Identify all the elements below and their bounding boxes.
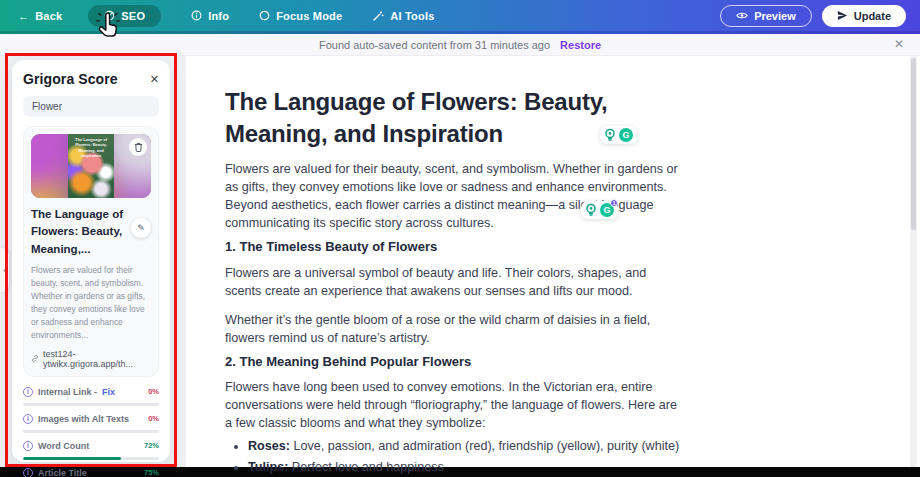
info-icon[interactable]: i bbox=[23, 441, 33, 451]
trash-icon bbox=[134, 142, 143, 152]
update-label: Update bbox=[854, 10, 891, 22]
preview-button[interactable]: Preview bbox=[720, 5, 812, 27]
metric-value: 72% bbox=[144, 441, 159, 450]
lightbulb-icon bbox=[604, 128, 616, 142]
info-icon[interactable]: i bbox=[23, 468, 33, 477]
info-button[interactable]: Info bbox=[191, 10, 229, 22]
grammarly-icon[interactable]: G bbox=[619, 128, 633, 142]
metric-row-article-title: i Article Title 75% bbox=[23, 466, 159, 477]
suggestion-icons-title[interactable]: G bbox=[600, 126, 637, 144]
seo-button[interactable]: SEO bbox=[88, 5, 161, 27]
focus-mode-button[interactable]: Focus Mode bbox=[259, 10, 342, 22]
metric-value: 75% bbox=[144, 468, 159, 477]
panel-close-icon[interactable]: ✕ bbox=[150, 73, 159, 86]
bullet-term: Roses: bbox=[248, 439, 290, 453]
panel-collapse-handle[interactable]: ‹ bbox=[0, 248, 9, 292]
ai-tools-label: AI Tools bbox=[390, 10, 434, 22]
eye-icon bbox=[736, 11, 748, 20]
serp-preview-card: The Language of Flowers: Beauty, Meaning… bbox=[23, 126, 159, 377]
metric-bar bbox=[23, 430, 159, 433]
back-arrow-icon: ← bbox=[18, 10, 29, 22]
suggestion-icons-paragraph[interactable]: G 1 bbox=[581, 201, 618, 219]
bullet-text: Love, passion, and admiration (red), fri… bbox=[290, 439, 679, 453]
autosave-banner: Found auto-saved content from 31 minutes… bbox=[0, 34, 920, 56]
delete-image-button[interactable] bbox=[129, 138, 147, 156]
bullet-term: Tulips: bbox=[248, 460, 288, 474]
grammarly-suggestion-count-badge: 1 bbox=[610, 199, 618, 207]
pencil-icon: ✎ bbox=[137, 223, 145, 233]
lightbulb-icon bbox=[585, 203, 597, 217]
section-2-heading[interactable]: 2. The Meaning Behind Popular Flowers bbox=[225, 354, 681, 369]
list-item-tulips[interactable]: Tulips: Perfect love and happiness bbox=[248, 458, 688, 477]
update-button[interactable]: Update bbox=[822, 5, 906, 27]
seo-gauge-icon bbox=[104, 10, 115, 21]
info-icon[interactable]: i bbox=[23, 414, 33, 424]
panel-title: Grigora Score bbox=[23, 71, 118, 87]
preview-url-row[interactable]: test124-ytwikx.grigora.app/th... bbox=[31, 349, 151, 369]
section-2-paragraph-1[interactable]: Flowers have long been used to convey em… bbox=[225, 378, 681, 432]
featured-image-thumbnail[interactable]: The Language of Flowers: Beauty, Meaning… bbox=[31, 134, 151, 198]
section-1-heading[interactable]: 1. The Timeless Beauty of Flowers bbox=[225, 239, 681, 254]
ai-tools-button[interactable]: AI Tools bbox=[372, 10, 434, 22]
bullet-text: Perfect love and happiness bbox=[288, 460, 443, 474]
preview-label: Preview bbox=[754, 10, 796, 22]
autosave-text: Found auto-saved content from 31 minutes… bbox=[319, 39, 550, 51]
editor-topbar: ← Back SEO Info Focus Mode AI Tools Prev… bbox=[0, 0, 920, 31]
chevron-left-icon: ‹ bbox=[3, 266, 6, 275]
metric-bar bbox=[23, 457, 159, 460]
paper-plane-icon bbox=[837, 10, 848, 21]
back-label: Back bbox=[35, 10, 62, 22]
list-item-roses[interactable]: Roses: Love, passion, and admiration (re… bbox=[248, 437, 688, 456]
preview-description: Flowers are valued for their beauty, sce… bbox=[31, 264, 151, 342]
seo-label: SEO bbox=[121, 10, 145, 22]
section-1-paragraph-1[interactable]: Flowers are a universal symbol of beauty… bbox=[225, 264, 681, 300]
info-icon bbox=[191, 10, 202, 21]
metric-row-alt-texts: i Images with Alt Texts 0% bbox=[23, 412, 159, 433]
section-1-paragraph-2[interactable]: Whether it’s the gentle bloom of a rose … bbox=[225, 311, 681, 347]
scrollbar-thumb[interactable] bbox=[911, 58, 916, 230]
grigora-score-panel: Grigora Score ✕ The Language of Flowers:… bbox=[12, 60, 170, 462]
metric-bar bbox=[23, 403, 159, 406]
focus-mode-label: Focus Mode bbox=[276, 10, 342, 22]
grammarly-icon[interactable]: G 1 bbox=[600, 203, 614, 217]
fix-link[interactable]: Fix bbox=[102, 387, 115, 397]
preview-title: The Language of Flowers: Beauty, Meaning… bbox=[31, 206, 126, 258]
metric-row-internal-link: i Internal Link - Fix 0% bbox=[23, 385, 159, 406]
back-button[interactable]: ← Back bbox=[18, 10, 62, 22]
info-label: Info bbox=[208, 10, 229, 22]
score-metrics-list: i Internal Link - Fix 0% i Images with A… bbox=[23, 385, 159, 477]
banner-close-icon[interactable]: ✕ bbox=[894, 37, 904, 51]
restore-link[interactable]: Restore bbox=[560, 39, 601, 51]
magic-wand-icon bbox=[372, 10, 384, 22]
metric-value: 0% bbox=[148, 387, 159, 396]
info-icon[interactable]: i bbox=[23, 387, 33, 397]
preview-url: test124-ytwikx.grigora.app/th... bbox=[43, 349, 151, 369]
focus-circle-icon bbox=[259, 10, 270, 21]
topbar-accent-line bbox=[0, 31, 920, 34]
edit-title-button[interactable]: ✎ bbox=[131, 218, 151, 238]
focus-keyword-input[interactable] bbox=[23, 96, 159, 117]
intro-paragraph[interactable]: Flowers are valued for their beauty, sce… bbox=[225, 160, 681, 232]
link-icon bbox=[31, 354, 39, 363]
metric-row-word-count: i Word Count 72% bbox=[23, 439, 159, 460]
metric-value: 0% bbox=[148, 414, 159, 423]
symbolism-bullet-list[interactable]: Roses: Love, passion, and admiration (re… bbox=[248, 437, 688, 477]
thumbnail-caption-text: The Language of Flowers: Beauty, Meaning… bbox=[69, 137, 113, 159]
